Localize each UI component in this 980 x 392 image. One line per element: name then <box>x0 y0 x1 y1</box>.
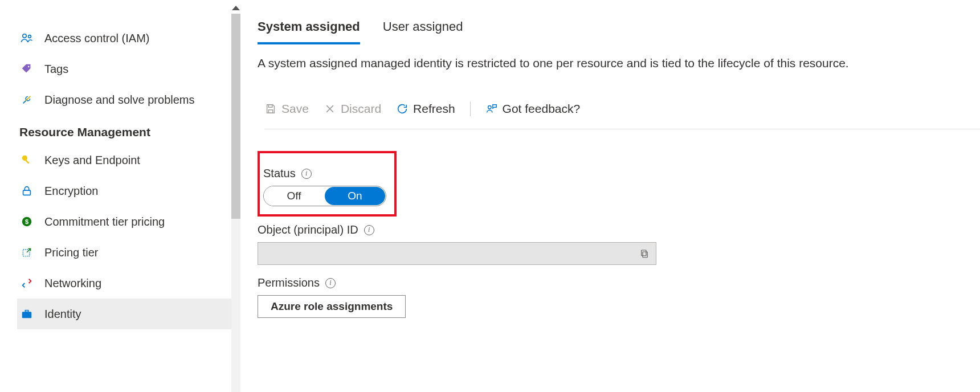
svg-rect-4 <box>24 159 29 164</box>
people-icon <box>19 31 34 46</box>
svg-text:$: $ <box>25 218 28 225</box>
dollar-circle-icon: $ <box>19 214 34 229</box>
status-label: Status <box>263 167 296 180</box>
copy-icon[interactable] <box>639 248 650 259</box>
sidebar-item-networking[interactable]: Networking <box>17 268 237 299</box>
key-icon <box>19 153 34 168</box>
svg-rect-15 <box>642 250 646 256</box>
object-id-label-row: Object (principal) ID i <box>258 223 980 236</box>
tab-system-assigned[interactable]: System assigned <box>258 19 360 44</box>
sidebar-item-label: Keys and Endpoint <box>44 154 140 167</box>
permissions-label: Permissions <box>258 276 320 289</box>
save-button: Save <box>264 102 309 116</box>
tab-description: A system assigned managed identity is re… <box>258 55 980 72</box>
scroll-track[interactable] <box>231 14 240 392</box>
sidebar-item-tags[interactable]: Tags <box>17 54 237 84</box>
object-id-value <box>258 242 656 265</box>
feedback-button[interactable]: Got feedback? <box>485 102 581 116</box>
sidebar-section-header: Resource Management <box>17 125 237 139</box>
svg-point-2 <box>28 66 30 68</box>
svg-point-1 <box>28 35 31 38</box>
briefcase-icon <box>19 307 34 321</box>
sidebar-item-encryption[interactable]: Encryption <box>17 175 237 206</box>
feedback-label: Got feedback? <box>503 102 581 116</box>
tools-icon <box>19 92 34 107</box>
discard-label: Discard <box>341 102 381 116</box>
svg-rect-9 <box>22 312 32 318</box>
permissions-field: Permissions i Azure role assignments <box>258 276 980 318</box>
discard-button: Discard <box>324 102 381 116</box>
svg-point-0 <box>23 34 26 38</box>
permissions-label-row: Permissions i <box>258 276 980 289</box>
identity-tabs: System assigned User assigned <box>258 19 980 44</box>
sidebar-item-label: Tags <box>44 63 68 76</box>
sidebar-item-label: Encryption <box>44 185 99 198</box>
svg-rect-14 <box>643 252 647 258</box>
status-highlight-box: Status i Off On <box>258 151 397 217</box>
info-icon[interactable]: i <box>364 225 374 235</box>
refresh-icon <box>396 103 409 115</box>
scroll-thumb[interactable] <box>231 14 240 219</box>
sidebar-item-pricing-tier[interactable]: Pricing tier <box>17 237 237 268</box>
object-id-label: Object (principal) ID <box>258 223 358 236</box>
status-toggle-off[interactable]: Off <box>264 186 324 206</box>
info-icon[interactable]: i <box>325 278 336 288</box>
status-toggle-on[interactable]: On <box>325 187 385 205</box>
sidebar-item-diagnose[interactable]: Diagnose and solve problems <box>17 84 237 115</box>
sidebar-item-label: Access control (IAM) <box>44 32 149 45</box>
azure-role-assignments-button[interactable]: Azure role assignments <box>258 295 406 318</box>
sidebar-scrollbar[interactable] <box>230 0 242 392</box>
lock-icon <box>19 183 34 198</box>
tab-user-assigned[interactable]: User assigned <box>383 19 463 44</box>
sidebar-item-label: Pricing tier <box>44 246 98 259</box>
svg-rect-5 <box>23 190 31 195</box>
sidebar-item-label: Identity <box>44 308 81 321</box>
toolbar-separator <box>470 101 471 116</box>
status-label-row: Status i <box>263 167 386 180</box>
sidebar-item-label: Commitment tier pricing <box>44 215 165 228</box>
status-toggle[interactable]: Off On <box>263 186 386 206</box>
svg-rect-11 <box>268 105 272 108</box>
info-icon[interactable]: i <box>301 169 312 179</box>
scroll-up-arrow-icon[interactable] <box>232 6 240 10</box>
svg-point-3 <box>22 156 27 161</box>
sidebar-item-label: Diagnose and solve problems <box>44 93 195 107</box>
refresh-label: Refresh <box>413 102 455 116</box>
sidebar: Access control (IAM) Tags Diagnose and s… <box>0 0 242 392</box>
refresh-button[interactable]: Refresh <box>396 102 455 116</box>
svg-point-13 <box>488 106 491 109</box>
save-icon <box>264 103 277 115</box>
svg-rect-10 <box>25 311 28 312</box>
command-bar: Save Discard Refresh Got fe <box>264 101 980 129</box>
sidebar-item-access-control[interactable]: Access control (IAM) <box>17 23 237 54</box>
feedback-icon <box>485 103 498 115</box>
main-content: System assigned User assigned A system a… <box>242 0 980 392</box>
network-icon <box>19 276 34 291</box>
save-label: Save <box>281 102 309 116</box>
svg-rect-12 <box>268 110 272 113</box>
discard-icon <box>324 103 336 115</box>
sidebar-item-commitment-tier[interactable]: $ Commitment tier pricing <box>17 206 237 237</box>
tag-icon <box>19 62 34 76</box>
sidebar-item-label: Networking <box>44 277 101 290</box>
sidebar-item-identity[interactable]: Identity <box>17 299 237 329</box>
sidebar-item-keys-endpoint[interactable]: Keys and Endpoint <box>17 145 237 175</box>
launch-icon <box>19 245 34 260</box>
object-id-field: Object (principal) ID i <box>258 223 980 265</box>
